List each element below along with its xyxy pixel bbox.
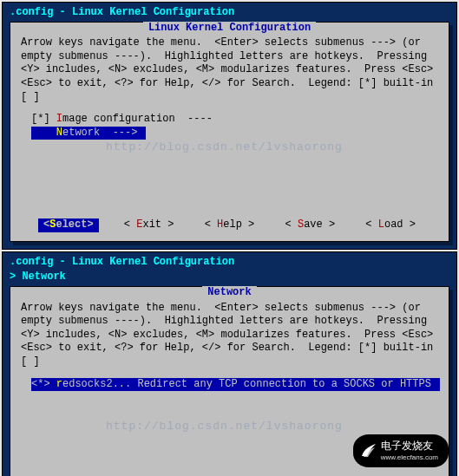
menu-item-redsocks2[interactable]: <*> redsocks2... Redirect any TCP connec…	[31, 378, 440, 392]
dialog-title: Network	[202, 286, 256, 300]
window-title: .config - Linux Kernel Configuration	[6, 4, 453, 22]
save-button[interactable]: < Save >	[280, 218, 341, 232]
help-button[interactable]: < Help >	[200, 218, 260, 232]
help-text: Arrow keys navigate the menu. <Enter> se…	[19, 300, 440, 375]
kconfig-window-main: .config - Linux Kernel Configuration Lin…	[2, 2, 457, 250]
logo-text: 电子发烧友	[381, 440, 433, 452]
watermark-text: http://blog.csdn.net/lvshaorong	[106, 140, 343, 155]
button-bar: <Select> < Exit > < Help > < Save > < Lo…	[19, 213, 440, 234]
window-title: .config - Linux Kernel Configuration	[6, 254, 453, 271]
help-text: Arrow keys navigate the menu. <Enter> se…	[19, 35, 440, 109]
menu-item-image-config[interactable]: [*] Image configuration ----	[31, 113, 438, 127]
load-button[interactable]: < Load >	[360, 218, 421, 232]
dialog-title: Linux Kernel Configuration	[143, 22, 316, 36]
watermark-text: http://blog.csdn.net/lvshaorong	[106, 420, 343, 434]
menu-list[interactable]: [*] Image configuration ---- Network ---…	[19, 109, 440, 213]
menuconfig-dialog: Linux Kernel Configuration Arrow keys na…	[10, 22, 449, 242]
wing-icon	[360, 442, 377, 460]
menu-item-network[interactable]: Network --->	[31, 127, 146, 140]
elecfans-logo: 电子发烧友 www.elecfans.com	[353, 434, 449, 467]
exit-button[interactable]: < Exit >	[119, 218, 180, 232]
breadcrumb: > Network	[6, 271, 453, 286]
logo-subtext: www.elecfans.com	[381, 453, 438, 462]
select-button[interactable]: <Select>	[38, 218, 99, 232]
